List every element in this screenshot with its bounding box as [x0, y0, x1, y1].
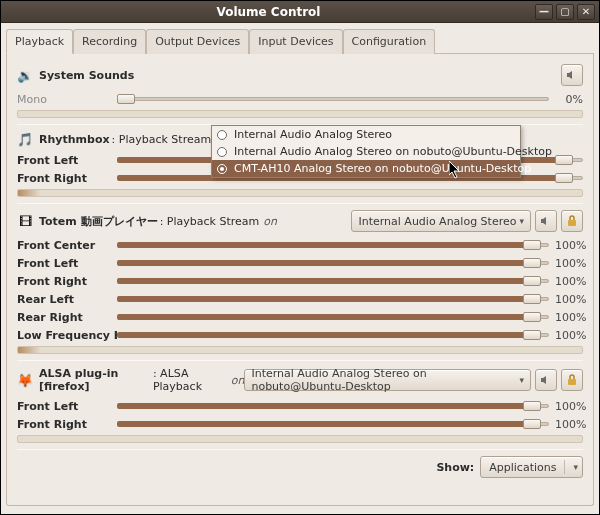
tab-input-devices[interactable]: Input Devices: [249, 29, 342, 54]
channel-label: Rear Right: [17, 311, 117, 324]
volume-percent: 0%: [549, 93, 583, 106]
tab-configuration[interactable]: Configuration: [343, 29, 436, 54]
footer: Show: Applications ▾: [17, 456, 583, 478]
channel-label: Low Frequency Em: [17, 329, 117, 342]
chevron-down-icon: ▾: [573, 462, 578, 472]
mute-button[interactable]: [535, 369, 557, 391]
chevron-down-icon: ▾: [519, 216, 524, 226]
device-select-button[interactable]: Internal Audio Analog Stereo ▾: [351, 210, 531, 232]
channel-label-mono: Mono: [17, 93, 117, 106]
stream-on-label: on: [263, 215, 277, 228]
stream-subtitle: : Playback Stream: [112, 133, 212, 146]
channel-label: Front Left: [17, 400, 117, 413]
stream-system-sounds: 🔉 System Sounds Mono 0%: [17, 64, 583, 118]
minimize-button[interactable]: —: [535, 4, 553, 20]
channel-label: Rear Left: [17, 293, 117, 306]
volume-percent: 100%: [549, 257, 583, 270]
channel-label: Front Right: [17, 418, 117, 431]
stream-subtitle: : ALSA Playback: [153, 367, 227, 393]
volume-slider-mono[interactable]: [117, 92, 549, 106]
speaker-icon: 🔉: [17, 67, 33, 83]
close-button[interactable]: ✕: [577, 4, 595, 20]
channel-label: Front Right: [17, 172, 117, 185]
vu-meter: [17, 435, 583, 443]
tab-output-devices[interactable]: Output Devices: [146, 29, 249, 54]
device-menu-item[interactable]: Internal Audio Analog Stereo on nobuto@U…: [212, 143, 520, 160]
lock-channels-button[interactable]: [561, 369, 583, 391]
firefox-icon: 🦊: [17, 372, 33, 388]
stream-on-label: on: [231, 374, 245, 387]
show-label: Show:: [436, 461, 474, 474]
stream-rhythmbox: 🎵 Rhythmbox : Playback Stream on Front L…: [17, 131, 583, 197]
volume-slider[interactable]: [117, 238, 549, 252]
vu-meter: [17, 189, 583, 197]
maximize-button[interactable]: ▢: [556, 4, 574, 20]
device-menu-item[interactable]: Internal Audio Analog Stereo: [212, 126, 520, 143]
volume-slider[interactable]: [117, 399, 549, 413]
show-filter-combo[interactable]: Applications ▾: [480, 456, 583, 478]
stream-title: System Sounds: [39, 69, 134, 82]
volume-percent: 100%: [549, 275, 583, 288]
tab-recording[interactable]: Recording: [73, 29, 146, 54]
volume-slider[interactable]: [117, 328, 549, 342]
mute-button[interactable]: [535, 210, 557, 232]
stream-app-name: Rhythmbox: [39, 133, 110, 146]
vu-meter: [17, 346, 583, 354]
vu-meter: [17, 110, 583, 118]
tab-page-playback: 🔉 System Sounds Mono 0%: [6, 54, 594, 506]
stream-app-name: Totem 動画プレイヤー: [39, 214, 158, 229]
chevron-down-icon: ▾: [519, 375, 524, 385]
channel-label: Front Right: [17, 275, 117, 288]
totem-icon: 🎞: [17, 213, 33, 229]
titlebar[interactable]: Volume Control — ▢ ✕: [1, 1, 599, 23]
lock-channels-button[interactable]: [561, 210, 583, 232]
volume-slider[interactable]: [117, 292, 549, 306]
volume-percent: 100%: [549, 400, 583, 413]
tab-strip: Playback Recording Output Devices Input …: [6, 28, 594, 54]
svg-rect-1: [568, 379, 576, 385]
volume-percent: 100%: [549, 239, 583, 252]
volume-percent: 100%: [549, 293, 583, 306]
volume-percent: 100%: [549, 329, 583, 342]
tab-playback[interactable]: Playback: [6, 29, 73, 54]
channel-label: Front Left: [17, 154, 117, 167]
volume-slider[interactable]: [117, 417, 549, 431]
channel-label: Front Left: [17, 257, 117, 270]
stream-subtitle: : Playback Stream: [160, 215, 260, 228]
device-select-button[interactable]: Internal Audio Analog Stereo on nobuto@U…: [244, 369, 531, 391]
stream-alsa-firefox: 🦊 ALSA plug-in [firefox] : ALSA Playback…: [17, 367, 583, 443]
device-dropdown-menu[interactable]: Internal Audio Analog Stereo Internal Au…: [211, 125, 521, 178]
stream-totem: 🎞 Totem 動画プレイヤー : Playback Stream on Int…: [17, 210, 583, 354]
stream-app-name: ALSA plug-in [firefox]: [39, 367, 151, 393]
volume-slider[interactable]: [117, 310, 549, 324]
volume-percent: 100%: [549, 311, 583, 324]
svg-rect-0: [568, 220, 576, 226]
rhythmbox-icon: 🎵: [17, 131, 33, 147]
device-menu-item-selected[interactable]: CMT-AH10 Analog Stereo on nobuto@Ubuntu-…: [212, 160, 520, 177]
window-title: Volume Control: [5, 5, 532, 19]
volume-slider[interactable]: [117, 274, 549, 288]
channel-label: Front Center: [17, 239, 117, 252]
volume-percent: 100%: [549, 418, 583, 431]
mute-button[interactable]: [561, 64, 583, 86]
volume-slider[interactable]: [117, 256, 549, 270]
